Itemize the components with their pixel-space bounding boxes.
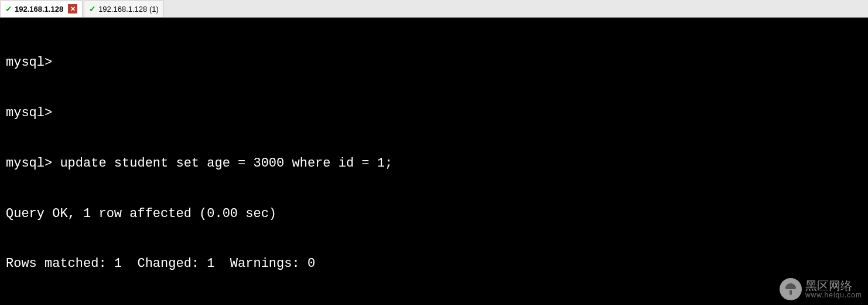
tab-label: 192.168.1.128 (1) [98,5,159,13]
watermark-url: www.heiqu.com [805,292,862,299]
watermark: 黑区网络 www.heiqu.com [780,278,862,300]
check-icon: ✓ [89,4,96,13]
terminal-output[interactable]: mysql> mysql> mysql> update student set … [0,18,868,305]
terminal-line: Query OK, 1 row affected (0.00 sec) [6,206,862,223]
mushroom-icon [780,278,802,300]
terminal-line: mysql> update student set age = 3000 whe… [6,155,862,172]
tab-connection-1[interactable]: ✓ 192.168.1.128 ✕ [0,1,83,17]
close-icon[interactable]: ✕ [68,4,77,13]
check-icon: ✓ [5,4,12,13]
watermark-text: 黑区网络 www.heiqu.com [805,280,862,299]
terminal-line: mysql> [6,55,862,72]
terminal-line: Rows matched: 1 Changed: 1 Warnings: 0 [6,256,862,273]
tab-connection-2[interactable]: ✓ 192.168.1.128 (1) [84,1,164,17]
watermark-title: 黑区网络 [805,280,862,292]
terminal-line: mysql> [6,105,862,122]
tab-label: 192.168.1.128 [15,5,63,13]
tab-bar: ✓ 192.168.1.128 ✕ ✓ 192.168.1.128 (1) [0,0,868,18]
